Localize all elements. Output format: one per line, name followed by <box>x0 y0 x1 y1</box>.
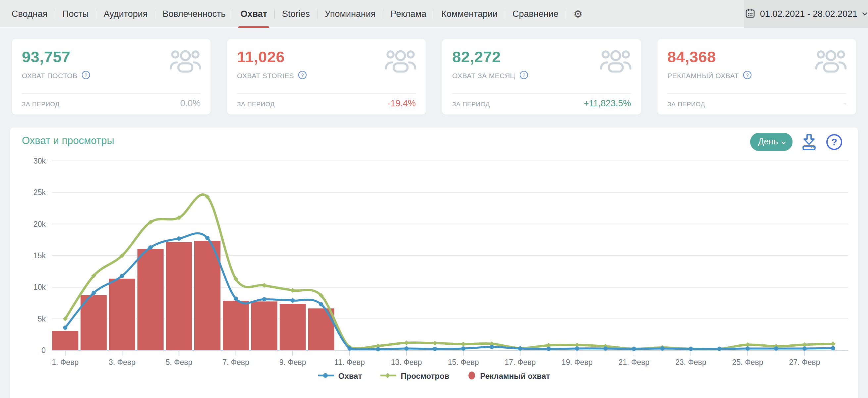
ad-reach-bar[interactable] <box>52 331 79 350</box>
chart-help-button[interactable]: ? <box>826 133 843 151</box>
people-group-icon <box>815 48 847 74</box>
chart-title: Охват и просмотры <box>22 135 114 147</box>
x-axis-tick-label: 11. Февр <box>334 358 365 367</box>
period-label: ЗА ПЕРИОД <box>237 101 275 108</box>
card-divider <box>237 93 416 94</box>
kpi-card-stories-reach: 11,026 ОХВАТ STORIES ? ЗА ПЕРИОД -19.4% <box>227 39 426 115</box>
x-axis-tick-label: 1. Февр <box>52 358 79 367</box>
reach-line-point[interactable] <box>518 346 522 350</box>
interval-dropdown-label: День <box>758 136 778 147</box>
reach-line-point[interactable] <box>262 297 267 301</box>
nav-divider <box>566 9 566 19</box>
reach-line-point[interactable] <box>205 236 210 240</box>
download-icon <box>801 147 817 152</box>
date-range-picker[interactable]: 01.02.2021 - 28.02.2021 <box>744 0 868 28</box>
chevron-down-icon <box>862 11 867 17</box>
x-axis-tick-label: 13. Февр <box>391 358 422 367</box>
interval-dropdown-button[interactable]: День <box>750 133 793 151</box>
legend-label: Охват <box>338 371 362 381</box>
y-axis-tick-label: 30k <box>33 157 46 165</box>
nav-tab-stories[interactable]: Stories <box>282 0 310 28</box>
views-line-point[interactable] <box>461 342 466 347</box>
reach-line-point[interactable] <box>831 346 835 350</box>
nav-tab-compare[interactable]: Сравнение <box>513 0 558 28</box>
reach-line-point[interactable] <box>63 326 67 330</box>
help-question-icon[interactable]: ? <box>298 70 307 81</box>
period-delta: -19.4% <box>387 98 416 109</box>
reach-line-point[interactable] <box>632 347 636 351</box>
ad-reach-bar[interactable] <box>308 308 335 350</box>
reach-line-point[interactable] <box>404 346 408 350</box>
nav-divider <box>233 9 233 19</box>
reach-line-point[interactable] <box>91 291 96 295</box>
nav-tab-summary[interactable]: Сводная <box>11 0 47 28</box>
x-axis-tick-label: 23. Февр <box>675 358 707 367</box>
x-axis-tick-label: 17. Февр <box>505 358 536 367</box>
reach-line-point[interactable] <box>120 274 124 278</box>
reach-line-point[interactable] <box>717 347 721 351</box>
reach-line-point[interactable] <box>689 347 693 351</box>
views-line-point[interactable] <box>290 288 295 293</box>
reach-line-point[interactable] <box>433 347 437 351</box>
ad-reach-bar[interactable] <box>251 301 278 350</box>
chart-legend: Охват Просмотров Рекламный охват <box>10 371 858 381</box>
views-line-point[interactable] <box>831 341 836 346</box>
nav-tab-posts[interactable]: Посты <box>62 0 89 28</box>
nav-divider <box>383 9 383 19</box>
x-axis-tick-label: 5. Февр <box>165 358 192 367</box>
reach-line-point[interactable] <box>148 245 153 250</box>
help-question-icon[interactable]: ? <box>519 70 528 81</box>
reach-line-point[interactable] <box>177 237 181 241</box>
reach-line-point[interactable] <box>660 346 664 350</box>
card-divider <box>452 93 631 94</box>
reach-line-point[interactable] <box>319 302 323 306</box>
ad-reach-bar[interactable] <box>165 242 192 350</box>
card-divider <box>22 93 200 94</box>
help-question-icon[interactable]: ? <box>743 70 752 81</box>
reach-line-point[interactable] <box>575 346 579 350</box>
reach-line-point[interactable] <box>490 345 494 349</box>
ad-reach-bar[interactable] <box>137 249 164 350</box>
reach-line-point[interactable] <box>603 346 608 350</box>
reach-line-point[interactable] <box>461 346 465 350</box>
card-divider <box>668 93 846 94</box>
kpi-label: ОХВАТ ПОСТОВ <box>22 72 78 80</box>
nav-tab-engagement[interactable]: Вовлеченность <box>162 0 225 28</box>
kpi-card-ad-reach: 84,368 РЕКЛАМНЫЙ ОХВАТ ? ЗА ПЕРИОД - <box>657 39 856 115</box>
nav-tab-mentions[interactable]: Упоминания <box>325 0 376 28</box>
y-axis-tick-label: 25k <box>33 188 46 197</box>
help-question-icon[interactable]: ? <box>82 70 90 81</box>
kpi-card-posts-reach: 93,757 ОХВАТ ПОСТОВ ? ЗА ПЕРИОД 0.0% <box>12 39 211 115</box>
reach-line-point[interactable] <box>802 346 807 350</box>
y-axis-tick-label: 5k <box>38 314 46 323</box>
reach-line-point[interactable] <box>234 296 238 301</box>
legend-item-ad-reach[interactable]: Рекламный охват <box>468 371 550 381</box>
people-group-icon <box>169 48 201 74</box>
reach-line-point[interactable] <box>745 346 750 350</box>
y-axis-tick-label: 10k <box>33 283 46 292</box>
ad-reach-bar[interactable] <box>108 278 135 350</box>
reach-line-point[interactable] <box>291 298 295 303</box>
kpi-label: РЕКЛАМНЫЙ ОХВАТ <box>668 72 739 80</box>
reach-line-point[interactable] <box>547 347 551 351</box>
settings-gear-icon[interactable]: ⚙ <box>574 9 583 19</box>
nav-tab-ads[interactable]: Реклама <box>391 0 426 28</box>
views-line-point[interactable] <box>432 341 437 346</box>
nav-tab-reach[interactable]: Охват <box>240 0 267 28</box>
nav-tabs: СводнаяПостыАудиторияВовлеченностьОхватS… <box>0 0 868 28</box>
reach-line-point[interactable] <box>774 346 778 350</box>
legend-item-reach[interactable]: Охват <box>318 371 362 381</box>
ad-reach-bar[interactable] <box>222 300 249 350</box>
nav-tab-comments[interactable]: Комментарии <box>441 0 498 28</box>
kpi-cards-row: 93,757 ОХВАТ ПОСТОВ ? ЗА ПЕРИОД 0.0% 11,… <box>12 39 856 115</box>
reach-line-point[interactable] <box>348 346 352 350</box>
legend-item-views[interactable]: Просмотров <box>380 371 449 381</box>
nav-tab-audience[interactable]: Аудитория <box>104 0 148 28</box>
download-button[interactable] <box>801 133 817 151</box>
reach-line-point[interactable] <box>376 347 380 351</box>
nav-divider <box>55 9 55 19</box>
legend-marker-icon <box>380 372 396 380</box>
views-line-point[interactable] <box>404 340 409 345</box>
ad-reach-bar[interactable] <box>279 304 306 350</box>
legend-label: Просмотров <box>401 371 449 381</box>
